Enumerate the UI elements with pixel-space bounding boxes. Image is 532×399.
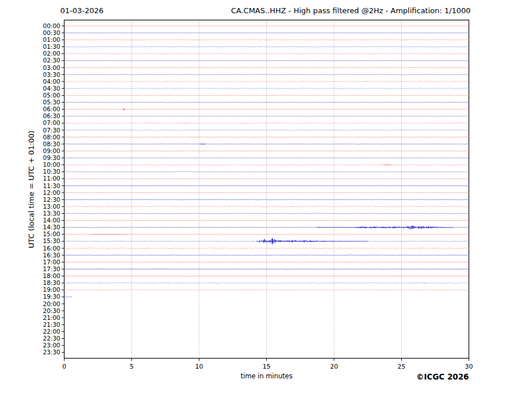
y-tick-label: 10:00 bbox=[43, 161, 60, 168]
plot-title: CA.CMAS..HHZ - High pass filtered @2Hz -… bbox=[166, 6, 471, 15]
trace-0500 bbox=[64, 95, 469, 96]
trace-1800 bbox=[64, 276, 469, 276]
y-tick-label: 19:30 bbox=[43, 293, 60, 300]
event-trace-1430 bbox=[317, 226, 455, 229]
y-tick-label: 09:00 bbox=[43, 147, 60, 154]
y-tick-label: 21:30 bbox=[43, 321, 60, 328]
x-tick-label: 10 bbox=[195, 363, 203, 370]
y-tick-label: 17:00 bbox=[43, 259, 60, 265]
trace-0100 bbox=[64, 40, 469, 40]
y-tick-label: 11:30 bbox=[43, 182, 60, 189]
y-tick-label: 20:00 bbox=[43, 300, 60, 307]
y-tick-label: 06:00 bbox=[43, 105, 60, 112]
y-tick-label: 07:30 bbox=[43, 127, 60, 134]
y-tick-label: 04:00 bbox=[43, 78, 60, 85]
y-tick-label: 10:30 bbox=[43, 168, 60, 175]
trace-1330 bbox=[64, 213, 469, 214]
event-trace-1530 bbox=[257, 238, 368, 244]
trace-0630 bbox=[64, 116, 469, 116]
y-tick-label: 02:30 bbox=[43, 57, 60, 64]
y-tick-label: 16:30 bbox=[43, 252, 60, 259]
y-tick-label: 13:00 bbox=[43, 203, 60, 210]
x-tick-label: 25 bbox=[398, 363, 406, 370]
seismogram-canvas: 00:0000:3001:0001:3002:0002:3003:0003:30… bbox=[0, 0, 532, 399]
trace-0200 bbox=[64, 53, 469, 54]
y-tick-label: 03:00 bbox=[43, 64, 60, 71]
y-tick-label: 13:30 bbox=[43, 210, 60, 217]
trace-0330 bbox=[64, 75, 469, 75]
event-trace-0830 bbox=[200, 144, 206, 144]
x-tick-label: 15 bbox=[263, 363, 271, 370]
trace-0700 bbox=[64, 123, 469, 124]
trace-0400 bbox=[64, 81, 469, 81]
y-tick-label: 11:00 bbox=[43, 175, 60, 182]
trace-0130 bbox=[64, 46, 469, 47]
x-tick-label: 20 bbox=[330, 363, 338, 370]
x-tick-label: 5 bbox=[130, 363, 134, 370]
trace-1930 bbox=[64, 297, 72, 298]
y-tick-label: 19:00 bbox=[43, 286, 60, 293]
trace-0230 bbox=[64, 60, 469, 61]
y-tick-label: 16:00 bbox=[43, 245, 60, 252]
y-tick-label: 02:00 bbox=[43, 50, 60, 57]
y-tick-label: 07:00 bbox=[43, 119, 60, 126]
y-tick-label: 04:30 bbox=[43, 85, 60, 92]
y-tick-label: 15:00 bbox=[43, 230, 60, 237]
trace-1730 bbox=[64, 269, 469, 269]
y-tick-label: 03:30 bbox=[43, 71, 60, 78]
event-trace-1500 bbox=[90, 234, 129, 235]
trace-0800 bbox=[64, 137, 469, 138]
trace-0300 bbox=[64, 67, 469, 68]
y-tick-label: 17:30 bbox=[43, 265, 60, 272]
trace-0830 bbox=[64, 144, 469, 144]
y-tick-label: 08:00 bbox=[43, 134, 60, 140]
y-axis-title: UTC (local time = UTC + 01:00) bbox=[26, 20, 37, 358]
y-tick-label: 22:00 bbox=[43, 328, 60, 335]
y-tick-label: 18:30 bbox=[43, 279, 60, 286]
y-tick-label: 14:00 bbox=[43, 217, 60, 224]
y-tick-label: 20:30 bbox=[43, 307, 60, 314]
trace-1130 bbox=[64, 186, 469, 186]
y-tick-label: 21:00 bbox=[43, 314, 60, 321]
trace-1700 bbox=[64, 262, 469, 263]
y-tick-label: 12:30 bbox=[43, 196, 60, 203]
trace-1300 bbox=[64, 206, 469, 208]
y-tick-label: 00:30 bbox=[43, 29, 60, 36]
y-tick-label: 05:00 bbox=[43, 92, 60, 99]
trace-1400 bbox=[64, 220, 469, 221]
trace-0000 bbox=[64, 26, 469, 26]
y-tick-label: 01:00 bbox=[43, 36, 60, 43]
x-tick-label: 0 bbox=[63, 363, 67, 370]
trace-0730 bbox=[64, 130, 469, 130]
trace-0530 bbox=[64, 102, 469, 103]
y-tick-label: 08:30 bbox=[43, 140, 60, 147]
y-tick-label: 12:00 bbox=[43, 189, 60, 196]
y-tick-label: 00:00 bbox=[43, 22, 60, 29]
y-tick-label: 23:30 bbox=[43, 349, 60, 355]
trace-1200 bbox=[64, 193, 469, 193]
copyright-label: ©ICGC 2026 bbox=[348, 372, 469, 381]
seismogram-page: 00:0000:3001:0001:3002:0002:3003:0003:30… bbox=[0, 0, 532, 399]
y-tick-label: 18:00 bbox=[43, 272, 60, 279]
trace-1100 bbox=[64, 178, 469, 179]
y-tick-label: 01:30 bbox=[43, 43, 60, 50]
x-tick-label: 30 bbox=[465, 363, 473, 370]
trace-0930 bbox=[64, 158, 469, 158]
y-tick-label: 23:00 bbox=[43, 342, 60, 349]
y-tick-label: 09:30 bbox=[43, 154, 60, 161]
y-tick-label: 22:30 bbox=[43, 335, 60, 342]
y-tick-label: 15:30 bbox=[43, 237, 60, 244]
trace-1030 bbox=[64, 171, 469, 172]
trace-0430 bbox=[64, 88, 469, 89]
date-label: 01-03-2026 bbox=[60, 6, 104, 15]
y-tick-label: 06:30 bbox=[43, 112, 60, 119]
y-tick-label: 14:30 bbox=[43, 224, 60, 230]
y-tick-label: 05:30 bbox=[43, 99, 60, 105]
trace-0030 bbox=[64, 33, 469, 33]
trace-1230 bbox=[64, 200, 469, 200]
trace-0900 bbox=[64, 151, 469, 151]
